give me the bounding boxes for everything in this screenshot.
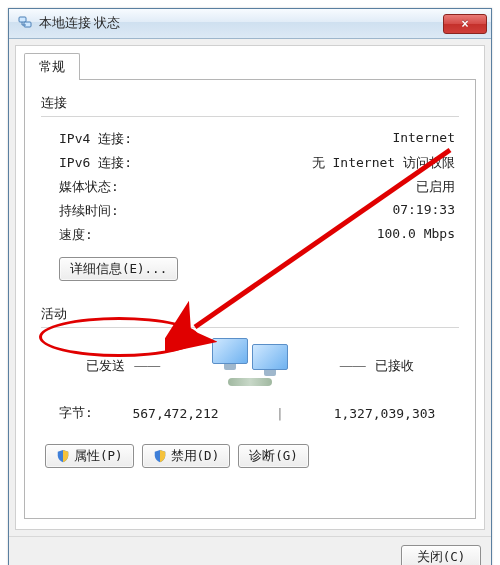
tab-panel-general: 连接 IPv4 连接: Internet IPv6 连接: 无 Internet…	[24, 79, 476, 519]
shield-icon	[153, 449, 167, 463]
title-bar[interactable]: 本地连接 状态 ×	[9, 9, 491, 39]
row-speed: 速度: 100.0 Mbps	[41, 223, 459, 247]
bytes-row: 字节: 567,472,212 | 1,327,039,303	[41, 394, 459, 422]
dialog-window: 本地连接 状态 × 常规 连接 IPv4 连接: In	[8, 8, 492, 565]
ipv4-label: IPv4 连接:	[59, 130, 189, 148]
speed-label: 速度:	[59, 226, 189, 244]
row-ipv4: IPv4 连接: Internet	[41, 127, 459, 151]
bytes-sent-value: 567,472,212	[111, 406, 240, 421]
activity-header-row: 已发送 —— —— 已接收	[41, 338, 459, 394]
activity-buttons: 属性(P) 禁用(D) 诊断(G)	[41, 444, 459, 468]
tab-general[interactable]: 常规	[24, 53, 80, 80]
dialog-content: 常规 连接 IPv4 连接: Internet IPv6 连接:	[15, 45, 485, 530]
ipv4-value: Internet	[189, 130, 459, 148]
connection-heading: 连接	[41, 94, 459, 112]
disable-button[interactable]: 禁用(D)	[142, 444, 231, 468]
media-label: 媒体状态:	[59, 178, 189, 196]
dialog-button-bar: 关闭(C)	[9, 536, 491, 565]
tab-strip: 常规	[24, 52, 476, 79]
close-dialog-button[interactable]: 关闭(C)	[401, 545, 481, 565]
details-button[interactable]: 详细信息(E)...	[59, 257, 178, 281]
diagnose-button[interactable]: 诊断(G)	[238, 444, 309, 468]
properties-button[interactable]: 属性(P)	[45, 444, 134, 468]
divider-pipe: |	[240, 406, 320, 421]
duration-value: 07:19:33	[189, 202, 459, 220]
ipv6-label: IPv6 连接:	[59, 154, 189, 172]
row-duration: 持续时间: 07:19:33	[41, 199, 459, 223]
speed-value: 100.0 Mbps	[189, 226, 459, 244]
ipv6-value: 无 Internet 访问权限	[189, 154, 459, 172]
row-media: 媒体状态: 已启用	[41, 175, 459, 199]
sent-label: 已发送 ——	[51, 357, 195, 375]
close-icon: ×	[461, 17, 468, 31]
window-title: 本地连接 状态	[39, 15, 443, 32]
network-icon	[17, 16, 33, 32]
received-label: —— 已接收	[305, 357, 449, 375]
divider	[41, 327, 459, 328]
shield-icon	[56, 449, 70, 463]
duration-label: 持续时间:	[59, 202, 189, 220]
close-button[interactable]: ×	[443, 14, 487, 34]
activity-section: 活动 已发送 —— ——	[41, 305, 459, 468]
svg-rect-0	[19, 17, 26, 22]
activity-heading: 活动	[41, 305, 459, 323]
bytes-received-value: 1,327,039,303	[320, 406, 449, 421]
media-value: 已启用	[189, 178, 459, 196]
divider	[41, 116, 459, 117]
network-activity-icon	[195, 338, 305, 394]
row-ipv6: IPv6 连接: 无 Internet 访问权限	[41, 151, 459, 175]
bytes-label: 字节:	[51, 404, 111, 422]
